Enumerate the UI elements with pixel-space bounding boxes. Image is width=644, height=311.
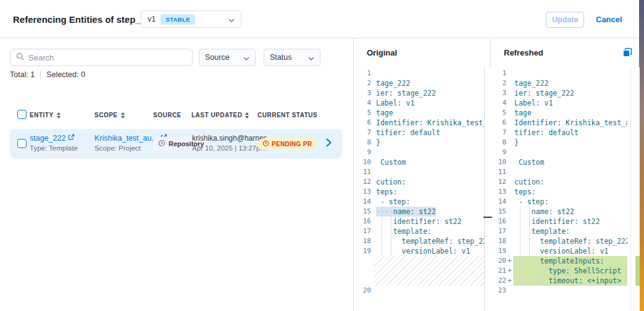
line-number: 19 [485, 246, 508, 256]
line-number: 8 [485, 138, 508, 147]
row-checkbox[interactable] [17, 139, 27, 148]
line-number: 12 [485, 177, 508, 187]
source-filter[interactable]: Source [199, 49, 256, 66]
line-number: 11 [354, 167, 372, 177]
line-number: 20 [485, 256, 508, 266]
code-text: templateInputs: [513, 256, 627, 266]
code-line: 21+ type: ShellScript [485, 266, 640, 276]
code-text: type: ShellScript [513, 266, 627, 276]
external-link-icon [68, 134, 75, 143]
diff-collapsed-region [374, 256, 484, 286]
line-number: 3 [485, 88, 508, 98]
code-text [372, 68, 484, 78]
line-number: 16 [354, 217, 372, 226]
line-number: 1 [485, 68, 508, 78]
version-label: v1 [148, 15, 156, 23]
table-row[interactable]: stage_222 Type: Template Krishika_test_a… [10, 129, 342, 159]
line-number: 7 [485, 128, 508, 138]
line-number: 8 [354, 138, 372, 147]
selected-count: Selected: 0 [46, 70, 85, 79]
line-number: 5 [354, 108, 372, 118]
code-line: 18 templateRef: step_222 [354, 236, 484, 246]
code-text: templateRef: step_222 [372, 236, 484, 246]
copy-icon[interactable] [622, 48, 632, 60]
line-number: 5 [485, 108, 508, 118]
refreshed-code-editor[interactable]: 12tage_2223ier: stage_2224Label: v15tage… [484, 67, 640, 311]
divider [40, 70, 41, 79]
code-line: 16 identifier: st22 [485, 217, 640, 226]
line-number: 2 [354, 78, 372, 88]
added-line-marker [508, 108, 513, 118]
added-line-marker [508, 118, 513, 128]
code-text: ····name: st22 [372, 207, 484, 217]
code-text: name: st22 [513, 207, 627, 217]
code-line: 18 templateRef: step_222 [485, 236, 640, 246]
cancel-button[interactable]: Cancel [596, 12, 622, 28]
code-text: tage [372, 108, 484, 118]
referencing-entities-drawer: Referencing Entities of step_222 v1 STAB… [0, 0, 644, 311]
code-text [513, 68, 627, 78]
code-text: Identifier: Krishika_test_aut [372, 118, 484, 128]
sort-icon[interactable] [57, 112, 61, 118]
code-line: 20+ templateInputs: [485, 256, 640, 266]
code-text: Identifier: Krishika_test_aut [513, 118, 627, 128]
entity-link[interactable]: stage_222 [30, 134, 78, 143]
search-input[interactable] [28, 53, 186, 62]
code-line: 11 [354, 167, 484, 177]
code-text: versionLabel: v1 [513, 246, 627, 256]
added-line-marker: + [508, 256, 513, 266]
chevron-right-icon[interactable] [326, 138, 332, 149]
line-number: 18 [354, 236, 372, 246]
code-text: tage [513, 108, 627, 118]
added-line-marker [508, 157, 513, 167]
code-line: 5tage [354, 108, 484, 118]
added-line-marker: + [508, 266, 513, 276]
code-text: ier: stage_222 [513, 88, 627, 98]
code-line: 8} [354, 138, 484, 147]
code-text: template: [372, 226, 484, 236]
line-number: 15 [485, 207, 508, 217]
update-button[interactable]: Update [546, 12, 584, 28]
code-line: 20 [354, 286, 484, 296]
column-entity: ENTITY [30, 112, 61, 118]
original-pane-title: Original [367, 48, 397, 57]
code-line: 4Label: v1 [485, 98, 640, 108]
entity-type: Type: Template [30, 144, 78, 152]
line-number: 13 [354, 187, 372, 197]
code-line: 10 Custom [354, 157, 484, 167]
original-code-editor[interactable]: 12tage_2223ier: stage_2224Label: v15tage… [354, 67, 484, 311]
total-count: Total: 1 [10, 70, 35, 79]
code-text [372, 286, 484, 296]
line-number: 2 [485, 78, 508, 88]
code-line: 3ier: stage_222 [354, 88, 484, 98]
added-line-marker [508, 88, 513, 98]
chevron-down-icon [308, 52, 314, 63]
added-line-marker [508, 177, 513, 187]
code-line: 23 [485, 286, 640, 296]
code-line: 11 [485, 167, 640, 177]
line-number: 11 [485, 167, 508, 177]
column-last-updated: LAST UPDATED [191, 112, 249, 118]
code-text: template: [513, 226, 627, 236]
line-number: 19 [354, 246, 372, 256]
added-line-marker [508, 207, 513, 217]
status-filter[interactable]: Status [264, 49, 320, 66]
sort-icon[interactable] [245, 112, 249, 118]
header-divider [490, 38, 491, 67]
code-line: 17 template: [485, 226, 640, 236]
code-text: templateRef: step_222 [513, 236, 627, 246]
drawer: Referencing Entities of step_222 v1 STAB… [0, 0, 639, 311]
version-select[interactable]: v1 STABLE [141, 10, 241, 28]
page-edge-background [639, 0, 644, 311]
added-line-marker [508, 98, 513, 108]
code-line: 4Label: v1 [354, 98, 484, 108]
status-filter-label: Status [270, 53, 291, 62]
sort-icon[interactable] [121, 112, 125, 118]
added-line-marker: + [508, 276, 513, 286]
added-line-marker [508, 138, 513, 147]
line-number: 23 [485, 286, 508, 296]
diff-sash-handle[interactable] [483, 217, 492, 218]
search-icon [16, 52, 24, 63]
indent-guide [382, 207, 382, 256]
select-all-checkbox[interactable] [17, 110, 27, 119]
